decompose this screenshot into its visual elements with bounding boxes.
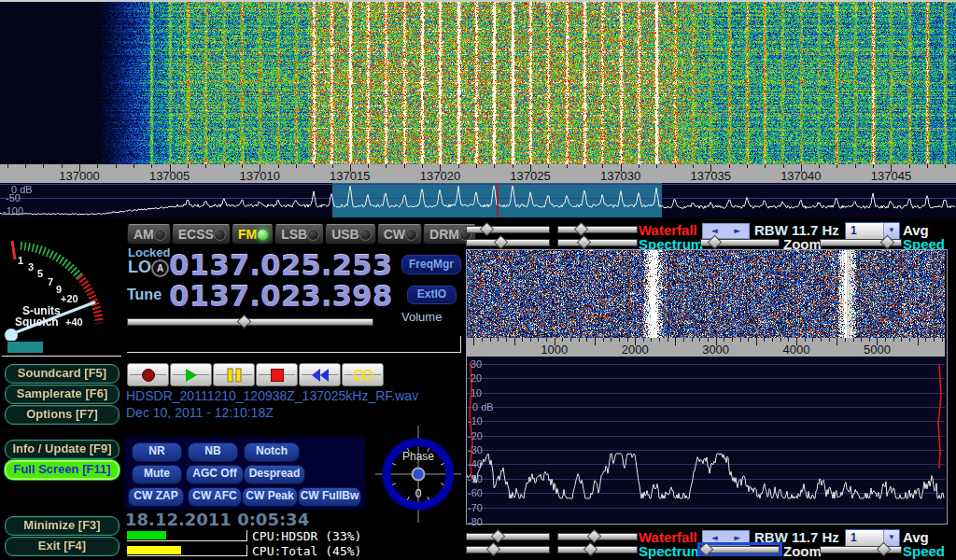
scale-tick: [548, 164, 549, 168]
dsp-button-cw-fullbw[interactable]: CW FullBw: [298, 487, 361, 507]
waterfall-brightness-slider-thumb[interactable]: [480, 222, 495, 237]
dsp-button-nb[interactable]: NB: [188, 442, 238, 462]
spectrum-gain-slider[interactable]: [466, 545, 550, 553]
tune-frequency[interactable]: 0137.023.398: [169, 279, 392, 313]
dsp-button-mute[interactable]: Mute: [132, 465, 182, 484]
transport-loop-button[interactable]: [342, 363, 384, 386]
waterfall-shift-scrollbar[interactable]: ◄►: [702, 223, 750, 239]
transport-play-button[interactable]: [170, 363, 212, 386]
mode-button-lsb[interactable]: LSB: [274, 224, 324, 245]
waterfall-shift-scrollbar[interactable]: ◄►: [702, 530, 750, 546]
lo-frequency[interactable]: 0137.025.253: [169, 248, 392, 282]
spectrum-range-slider[interactable]: [557, 545, 638, 553]
waterfall-contrast-slider[interactable]: [557, 532, 638, 540]
dsp-button-despread[interactable]: Despread: [244, 465, 305, 484]
dsp-button-agc-off[interactable]: AGC Off: [186, 465, 244, 484]
frequency-tick-label: 137010: [240, 169, 280, 183]
side-button-minimize[interactable]: Minimize [F3]: [5, 516, 120, 536]
waterfall-brightness-slider[interactable]: [466, 225, 550, 233]
scale-tick: [473, 338, 474, 345]
waterfall-contrast-slider[interactable]: [557, 225, 638, 233]
scale-tick: [708, 338, 709, 342]
scroll-right-icon[interactable]: ►: [726, 224, 750, 238]
transport-record-button[interactable]: [127, 363, 169, 386]
spectrum-range-slider-thumb[interactable]: [577, 235, 592, 250]
scale-tick: [494, 164, 495, 168]
mode-button-ecss[interactable]: ECSS: [172, 224, 231, 245]
side-button-full[interactable]: Full Screen [F11]: [5, 460, 120, 480]
scale-tick: [546, 338, 547, 342]
mode-button-cw[interactable]: CW: [377, 224, 422, 245]
volume-slider-thumb[interactable]: [237, 315, 252, 329]
speed-slider[interactable]: [820, 545, 902, 553]
audio-tick-label: 4000: [783, 343, 810, 357]
spectrum-range-slider[interactable]: [557, 238, 638, 246]
main-db-100: -100: [3, 205, 23, 217]
audio-tick-label: 2000: [622, 343, 649, 357]
frequency-tick-label: 137020: [420, 169, 460, 183]
s-meter: 13579+20+40 S-units Squelch: [2, 224, 120, 341]
side-button-exit[interactable]: Exit [F4]: [5, 537, 120, 556]
freqmgr-button[interactable]: FreqMgr: [401, 255, 461, 274]
scale-tick: [861, 338, 862, 342]
scale-tick: [643, 338, 644, 342]
scroll-right-icon[interactable]: ►: [726, 531, 750, 545]
speed-slider-thumb[interactable]: [880, 235, 895, 250]
dsp-button-cw-zap[interactable]: CW ZAP: [128, 487, 184, 507]
play-icon: [186, 369, 197, 382]
mode-button-am[interactable]: AM: [127, 224, 171, 245]
scale-tick: [732, 338, 733, 342]
mode-button-usb[interactable]: USB: [325, 224, 376, 245]
dsp-button-nr[interactable]: NR: [132, 442, 182, 462]
mode-button-fm[interactable]: FM: [232, 224, 274, 245]
lo-label: LO: [128, 258, 151, 277]
side-button-info[interactable]: Info / Update [F9]: [5, 440, 120, 459]
scale-tick: [805, 338, 806, 342]
audio-db-label: 10: [471, 387, 482, 399]
spectrum-range-slider-thumb[interactable]: [583, 542, 598, 557]
zoom-slider[interactable]: [700, 545, 780, 553]
transport-rewind-button[interactable]: [299, 363, 341, 386]
squelch-level-bar[interactable]: [7, 342, 43, 353]
side-button-samplerate[interactable]: Samplerate [F6]: [5, 385, 120, 404]
transport-stop-button[interactable]: [256, 363, 298, 386]
mode-label: USB: [331, 227, 359, 242]
scale-tick: [934, 338, 935, 342]
main-spectrum[interactable]: [0, 183, 956, 217]
spectrum-gain-slider-thumb[interactable]: [494, 235, 509, 250]
scale-tick: [765, 164, 766, 168]
audio-db-label: 20: [471, 372, 482, 384]
speed-slider[interactable]: [820, 238, 902, 246]
side-button-options[interactable]: Options [F7]: [5, 405, 120, 425]
phase-dial[interactable]: Phase 0: [375, 426, 461, 523]
side-button-soundcard[interactable]: Soundcard [F5]: [5, 364, 120, 384]
waterfall-brightness-slider[interactable]: [466, 532, 550, 540]
audio-waterfall[interactable]: [467, 250, 945, 338]
scale-tick: [611, 338, 612, 342]
frequency-tick-label: 137045: [871, 169, 911, 183]
status-datetime: 18.12.2011 0:05:34: [125, 510, 309, 529]
main-waterfall[interactable]: [0, 0, 956, 164]
dsp-button-notch[interactable]: Notch: [244, 442, 300, 462]
dsp-button-cw-afc[interactable]: CW AFC: [188, 487, 242, 507]
spectrum-gain-slider-thumb[interactable]: [486, 542, 501, 557]
audio-spectrum[interactable]: [467, 357, 945, 522]
volume-label: Volume: [401, 310, 442, 324]
dsp-button-cw-peak[interactable]: CW Peak: [242, 487, 298, 507]
zoom-slider-thumb[interactable]: [708, 235, 723, 250]
volume-slider[interactable]: [127, 317, 373, 326]
waterfall-contrast-slider-thumb[interactable]: [587, 529, 602, 544]
lo-auto-badge[interactable]: A: [151, 259, 169, 277]
recording-timestamp: Dec 10, 2011 - 12:10:18Z: [126, 405, 274, 420]
spectrum-gain-slider[interactable]: [466, 238, 550, 246]
waterfall-contrast-slider-thumb[interactable]: [574, 222, 589, 237]
cpu-hdsdr-label: CPU:HDSDR (33%): [252, 529, 361, 543]
extio-button[interactable]: ExtIO: [407, 286, 457, 304]
main-frequency-scale[interactable]: 1370001370051370101370151370201370251370…: [0, 164, 956, 183]
mode-label: DRM: [429, 227, 459, 242]
transport-pause-button[interactable]: [213, 363, 255, 386]
mode-label: FM: [238, 227, 257, 242]
audio-frequency-scale[interactable]: 10002000300040005000: [467, 338, 945, 357]
speed-slider-thumb[interactable]: [877, 542, 892, 557]
zoom-slider[interactable]: [700, 238, 780, 246]
